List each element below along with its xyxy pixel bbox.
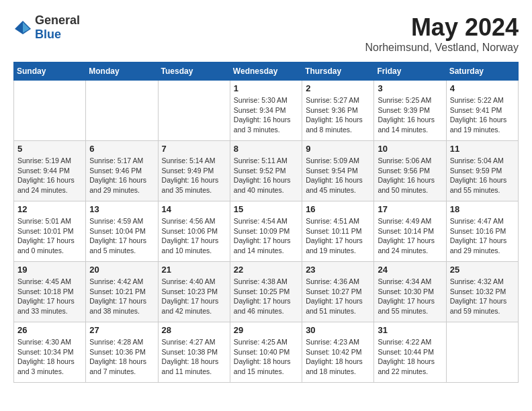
day-info: Sunrise: 5:06 AMSunset: 9:56 PMDaylight:… (378, 156, 442, 195)
weekday-header: Sunday (14, 62, 86, 81)
calendar-header-row: SundayMondayTuesdayWednesdayThursdayFrid… (14, 62, 519, 81)
day-number: 17 (378, 204, 442, 214)
calendar-cell: 25Sunrise: 4:32 AMSunset: 10:32 PMDaylig… (446, 262, 518, 322)
calendar-cell: 7Sunrise: 5:14 AMSunset: 9:49 PMDaylight… (158, 141, 230, 201)
day-info: Sunrise: 4:45 AMSunset: 10:18 PMDaylight… (17, 277, 82, 316)
calendar-cell (446, 322, 518, 383)
day-info: Sunrise: 4:38 AMSunset: 10:25 PMDaylight… (234, 277, 298, 316)
day-info: Sunrise: 4:32 AMSunset: 10:32 PMDaylight… (450, 277, 515, 316)
day-number: 5 (17, 144, 82, 154)
day-info: Sunrise: 4:27 AMSunset: 10:38 PMDaylight… (162, 337, 226, 377)
calendar-cell: 1Sunrise: 5:30 AMSunset: 9:34 PMDaylight… (230, 81, 302, 141)
calendar-week-row: 5Sunrise: 5:19 AMSunset: 9:44 PMDaylight… (14, 141, 519, 201)
day-info: Sunrise: 4:47 AMSunset: 10:16 PMDaylight… (450, 216, 515, 256)
weekday-header: Tuesday (158, 62, 230, 81)
calendar-cell (158, 81, 230, 141)
calendar-cell: 21Sunrise: 4:40 AMSunset: 10:23 PMDaylig… (158, 262, 230, 322)
calendar-cell: 10Sunrise: 5:06 AMSunset: 9:56 PMDayligh… (374, 141, 446, 201)
day-number: 1 (234, 83, 298, 93)
calendar-cell: 27Sunrise: 4:28 AMSunset: 10:36 PMDaylig… (86, 322, 158, 383)
logo-blue: Blue (35, 28, 61, 41)
day-info: Sunrise: 5:30 AMSunset: 9:34 PMDaylight:… (234, 95, 298, 135)
calendar-cell: 23Sunrise: 4:36 AMSunset: 10:27 PMDaylig… (302, 262, 374, 322)
calendar-cell: 13Sunrise: 4:59 AMSunset: 10:04 PMDaylig… (86, 201, 158, 262)
weekday-header: Thursday (302, 62, 374, 81)
day-number: 30 (306, 325, 370, 335)
calendar-cell: 26Sunrise: 4:30 AMSunset: 10:34 PMDaylig… (14, 322, 86, 383)
location-title: Norheimsund, Vestland, Norway (365, 42, 519, 54)
calendar-cell: 28Sunrise: 4:27 AMSunset: 10:38 PMDaylig… (158, 322, 230, 383)
calendar-cell: 30Sunrise: 4:23 AMSunset: 10:42 PMDaylig… (302, 322, 374, 383)
page-header: General Blue May 2024 Norheimsund, Vestl… (13, 13, 519, 54)
day-number: 27 (89, 325, 154, 335)
day-info: Sunrise: 4:40 AMSunset: 10:23 PMDaylight… (162, 277, 226, 316)
day-number: 14 (162, 204, 226, 214)
calendar-cell: 18Sunrise: 4:47 AMSunset: 10:16 PMDaylig… (446, 201, 518, 262)
calendar-week-row: 1Sunrise: 5:30 AMSunset: 9:34 PMDaylight… (14, 81, 519, 141)
day-number: 18 (450, 204, 515, 214)
day-number: 9 (306, 144, 370, 154)
day-info: Sunrise: 4:25 AMSunset: 10:40 PMDaylight… (234, 337, 298, 377)
calendar-cell: 17Sunrise: 4:49 AMSunset: 10:14 PMDaylig… (374, 201, 446, 262)
day-info: Sunrise: 4:30 AMSunset: 10:34 PMDaylight… (17, 337, 82, 377)
day-info: Sunrise: 4:54 AMSunset: 10:09 PMDaylight… (234, 216, 298, 256)
day-number: 29 (234, 325, 298, 335)
day-info: Sunrise: 5:04 AMSunset: 9:59 PMDaylight:… (450, 156, 515, 195)
day-number: 28 (162, 325, 226, 335)
calendar-cell: 31Sunrise: 4:22 AMSunset: 10:44 PMDaylig… (374, 322, 446, 383)
weekday-header: Friday (374, 62, 446, 81)
day-number: 6 (89, 144, 154, 154)
day-info: Sunrise: 5:11 AMSunset: 9:52 PMDaylight:… (234, 156, 298, 195)
day-info: Sunrise: 5:22 AMSunset: 9:41 PMDaylight:… (450, 95, 515, 135)
day-number: 2 (306, 83, 370, 93)
day-info: Sunrise: 5:01 AMSunset: 10:01 PMDaylight… (17, 216, 82, 256)
calendar-cell: 29Sunrise: 4:25 AMSunset: 10:40 PMDaylig… (230, 322, 302, 383)
day-number: 16 (306, 204, 370, 214)
calendar-cell: 6Sunrise: 5:17 AMSunset: 9:46 PMDaylight… (86, 141, 158, 201)
day-info: Sunrise: 4:28 AMSunset: 10:36 PMDaylight… (89, 337, 154, 377)
day-info: Sunrise: 4:49 AMSunset: 10:14 PMDaylight… (378, 216, 442, 256)
calendar-cell: 2Sunrise: 5:27 AMSunset: 9:36 PMDaylight… (302, 81, 374, 141)
title-block: May 2024 Norheimsund, Vestland, Norway (365, 13, 519, 54)
calendar-cell: 14Sunrise: 4:56 AMSunset: 10:06 PMDaylig… (158, 201, 230, 262)
calendar-cell: 8Sunrise: 5:11 AMSunset: 9:52 PMDaylight… (230, 141, 302, 201)
day-number: 31 (378, 325, 442, 335)
calendar-cell: 16Sunrise: 4:51 AMSunset: 10:11 PMDaylig… (302, 201, 374, 262)
calendar-cell: 9Sunrise: 5:09 AMSunset: 9:54 PMDaylight… (302, 141, 374, 201)
calendar-week-row: 12Sunrise: 5:01 AMSunset: 10:01 PMDaylig… (14, 201, 519, 262)
calendar-cell: 4Sunrise: 5:22 AMSunset: 9:41 PMDaylight… (446, 81, 518, 141)
day-number: 22 (234, 265, 298, 275)
calendar-cell: 15Sunrise: 4:54 AMSunset: 10:09 PMDaylig… (230, 201, 302, 262)
day-info: Sunrise: 4:23 AMSunset: 10:42 PMDaylight… (306, 337, 370, 377)
day-info: Sunrise: 5:25 AMSunset: 9:39 PMDaylight:… (378, 95, 442, 135)
day-number: 24 (378, 265, 442, 275)
day-info: Sunrise: 4:56 AMSunset: 10:06 PMDaylight… (162, 216, 226, 256)
weekday-header: Monday (86, 62, 158, 81)
day-number: 4 (450, 83, 515, 93)
day-number: 12 (17, 204, 82, 214)
month-title: May 2024 (365, 13, 519, 42)
day-info: Sunrise: 4:34 AMSunset: 10:30 PMDaylight… (378, 277, 442, 316)
day-number: 7 (162, 144, 226, 154)
day-number: 20 (89, 265, 154, 275)
day-number: 8 (234, 144, 298, 154)
day-number: 13 (89, 204, 154, 214)
calendar-cell: 11Sunrise: 5:04 AMSunset: 9:59 PMDayligh… (446, 141, 518, 201)
day-number: 25 (450, 265, 515, 275)
day-number: 15 (234, 204, 298, 214)
day-info: Sunrise: 4:36 AMSunset: 10:27 PMDaylight… (306, 277, 370, 316)
logo-general: General (35, 13, 80, 27)
day-info: Sunrise: 4:51 AMSunset: 10:11 PMDaylight… (306, 216, 370, 256)
day-number: 3 (378, 83, 442, 93)
calendar-table: SundayMondayTuesdayWednesdayThursdayFrid… (13, 62, 519, 383)
day-info: Sunrise: 4:59 AMSunset: 10:04 PMDaylight… (89, 216, 154, 256)
calendar-cell: 19Sunrise: 4:45 AMSunset: 10:18 PMDaylig… (14, 262, 86, 322)
calendar-week-row: 26Sunrise: 4:30 AMSunset: 10:34 PMDaylig… (14, 322, 519, 383)
day-info: Sunrise: 4:42 AMSunset: 10:21 PMDaylight… (89, 277, 154, 316)
calendar-cell: 24Sunrise: 4:34 AMSunset: 10:30 PMDaylig… (374, 262, 446, 322)
day-info: Sunrise: 5:27 AMSunset: 9:36 PMDaylight:… (306, 95, 370, 135)
calendar-cell (14, 81, 86, 141)
calendar-cell: 22Sunrise: 4:38 AMSunset: 10:25 PMDaylig… (230, 262, 302, 322)
calendar-cell: 20Sunrise: 4:42 AMSunset: 10:21 PMDaylig… (86, 262, 158, 322)
day-number: 23 (306, 265, 370, 275)
